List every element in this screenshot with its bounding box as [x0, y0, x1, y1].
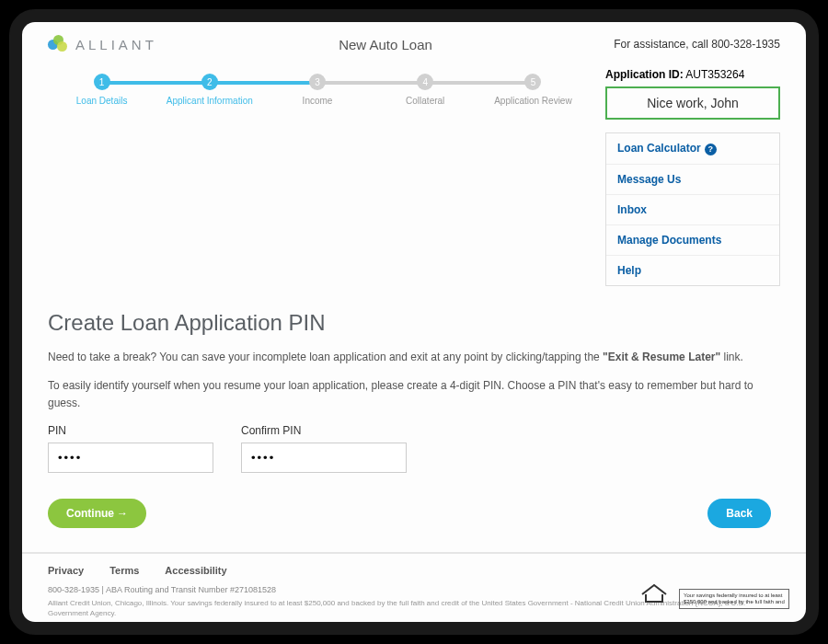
confirm-pin-label: Confirm PIN [241, 424, 407, 437]
brand-name: ALLIANT [75, 37, 157, 52]
assistance-text: For assistance, call 800-328-1935 [614, 38, 780, 51]
step-income: 3 Income [263, 74, 371, 106]
step-review: 5 Application Review [479, 74, 587, 106]
footer-meta: 800-328-1935 | ABA Routing and Transit N… [48, 585, 780, 594]
step-loan-details[interactable]: 1 Loan Details [48, 74, 155, 106]
footer-disclaimer: Alliant Credit Union, Chicago, Illinois.… [48, 598, 780, 618]
footer: Privacy Terms Accessibility 800-328-1935… [22, 552, 806, 622]
confirm-pin-input[interactable] [241, 443, 407, 473]
brand-logo: ALLIANT [48, 35, 157, 53]
pin-input[interactable] [48, 443, 213, 473]
content-heading: Create Loan Application PIN [48, 310, 780, 336]
intro-paragraph-1: Need to take a break? You can save your … [48, 349, 780, 366]
arrow-right-icon: → [117, 507, 128, 520]
loan-calculator-link[interactable]: Loan Calculator? [606, 133, 779, 165]
ncua-insured-box: Your savings federally insured to at lea… [679, 589, 789, 609]
page-title: New Auto Loan [339, 37, 432, 52]
help-link[interactable]: Help [606, 256, 779, 285]
inbox-link[interactable]: Inbox [606, 195, 779, 225]
manage-documents-link[interactable]: Manage Documents [606, 225, 779, 256]
continue-button[interactable]: Continue→ [48, 499, 146, 528]
privacy-link[interactable]: Privacy [48, 565, 84, 576]
message-us-link[interactable]: Message Us [606, 165, 779, 195]
application-id: Application ID: AUT353264 [605, 68, 780, 81]
main-content: Create Loan Application PIN Need to take… [48, 295, 780, 552]
status-badge: Nice work, John [605, 86, 780, 120]
step-collateral: 4 Collateral [372, 74, 479, 106]
back-button[interactable]: Back [707, 499, 771, 528]
intro-paragraph-2: To easily identify yourself when you res… [48, 377, 780, 412]
pin-label: PIN [48, 424, 213, 437]
sidebar-links: Loan Calculator? Message Us Inbox Manage… [605, 132, 780, 286]
equal-housing-icon [640, 583, 668, 604]
accessibility-link[interactable]: Accessibility [165, 565, 226, 576]
logo-icon [48, 35, 68, 53]
header: ALLIANT New Auto Loan For assistance, ca… [22, 22, 806, 63]
sidebar: Application ID: AUT353264 Nice work, Joh… [605, 68, 780, 286]
help-icon: ? [705, 144, 717, 155]
terms-link[interactable]: Terms [109, 565, 139, 576]
progress-steps: 1 Loan Details 2 Applicant Information 3… [48, 68, 587, 106]
step-applicant-info[interactable]: 2 Applicant Information [155, 74, 263, 106]
